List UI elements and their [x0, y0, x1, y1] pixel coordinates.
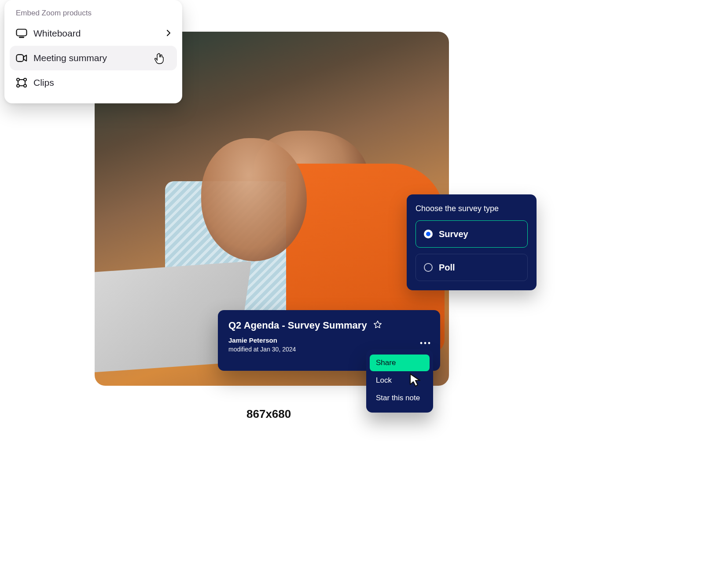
whiteboard-icon: [16, 28, 27, 39]
arrow-cursor-icon: [408, 372, 423, 390]
embed-item-meeting-summary[interactable]: Meeting summary: [10, 46, 177, 70]
embed-item-label: Meeting summary: [33, 53, 171, 63]
svg-point-4: [24, 78, 26, 81]
embed-item-clips[interactable]: Clips: [10, 70, 177, 95]
embed-item-whiteboard[interactable]: Whiteboard: [10, 21, 177, 46]
star-icon[interactable]: [373, 320, 382, 331]
svg-point-8: [424, 342, 427, 344]
svg-point-9: [428, 342, 430, 344]
ctx-item-star[interactable]: Star this note: [370, 390, 430, 406]
radio-off-icon: [424, 263, 433, 272]
embed-item-label: Clips: [33, 77, 171, 88]
embed-menu-title: Embed Zoom products: [10, 4, 177, 21]
survey-option-survey[interactable]: Survey: [415, 220, 528, 248]
svg-point-7: [420, 342, 423, 344]
survey-option-poll[interactable]: Poll: [415, 254, 528, 281]
agenda-author: Jamie Peterson: [228, 336, 430, 344]
agenda-title: Q2 Agenda - Survey Summary: [228, 320, 367, 331]
survey-option-label: Poll: [439, 263, 455, 273]
svg-point-3: [17, 78, 19, 81]
ctx-item-share[interactable]: Share: [370, 355, 430, 371]
embed-item-label: Whiteboard: [33, 28, 160, 39]
svg-point-5: [17, 84, 19, 87]
svg-rect-1: [19, 37, 24, 38]
video-icon: [16, 52, 27, 64]
embed-menu: Embed Zoom products Whiteboard Meeting s…: [4, 0, 182, 103]
ellipsis-icon[interactable]: [420, 338, 430, 346]
svg-rect-0: [17, 29, 27, 36]
chevron-right-icon: [166, 28, 171, 39]
svg-rect-2: [16, 55, 23, 62]
radio-on-icon: [424, 230, 433, 238]
survey-type-card: Choose the survey type Survey Poll: [407, 194, 537, 290]
hand-cursor-icon: [154, 53, 165, 67]
clips-icon: [16, 77, 27, 88]
survey-option-label: Survey: [439, 229, 468, 239]
svg-point-6: [24, 84, 26, 87]
dimension-label: 867x680: [246, 407, 291, 421]
context-menu: Share Lock Star this note: [366, 349, 433, 413]
survey-card-title: Choose the survey type: [415, 204, 528, 213]
